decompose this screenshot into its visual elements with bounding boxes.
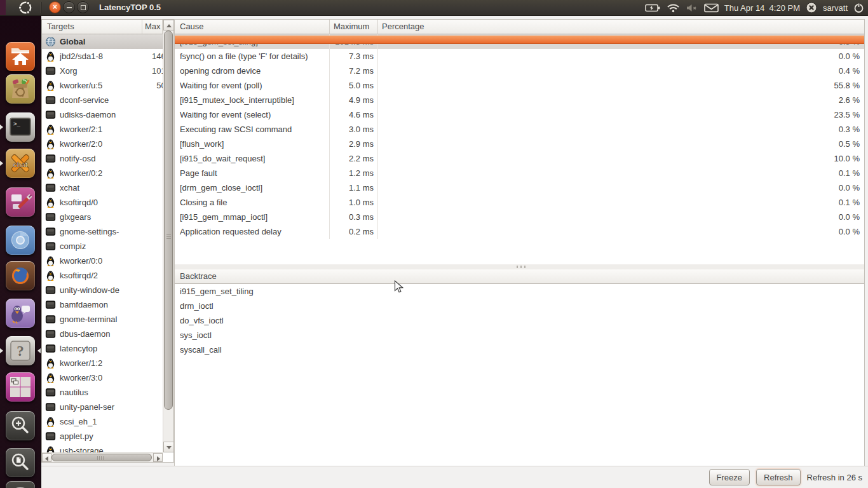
cause-row[interactable]: [i915_mutex_lock_interruptible]4.9 ms2.6… xyxy=(175,93,864,107)
target-row[interactable]: dbus-daemon xyxy=(42,327,163,341)
wifi-icon[interactable] xyxy=(667,3,680,13)
horizontal-scroll-thumb[interactable] xyxy=(51,454,152,461)
target-row[interactable]: latencytop xyxy=(42,341,163,356)
cause-percentage: 23.5 % xyxy=(378,107,864,122)
launcher-item-workspace-switcher[interactable] xyxy=(6,372,35,402)
target-row[interactable]: dconf-service xyxy=(42,93,163,107)
pane-splitter[interactable] xyxy=(175,264,864,269)
target-row[interactable]: ksoftirqd/0 xyxy=(42,195,163,210)
target-row[interactable]: scsi_eh_1 xyxy=(42,414,163,429)
window-close-button[interactable]: × xyxy=(49,1,61,13)
target-max xyxy=(144,254,163,268)
backtrace-row[interactable]: drm_ioctl xyxy=(175,299,864,313)
clock[interactable]: Thu Apr 14 4:20 PM xyxy=(724,3,800,13)
cause-row[interactable]: opening cdrom device7.2 ms0.4 % xyxy=(175,64,864,78)
target-row[interactable]: gnome-terminal xyxy=(42,312,163,327)
messages-icon[interactable] xyxy=(704,3,719,13)
username-label[interactable]: sarvatt xyxy=(823,3,848,13)
ubuntu-logo-icon[interactable] xyxy=(17,0,34,15)
volume-muted-icon[interactable] xyxy=(686,3,698,13)
target-row[interactable]: xchat xyxy=(42,180,163,195)
target-row[interactable]: glxgears xyxy=(42,210,163,224)
target-row[interactable]: kworker/2:1 xyxy=(42,122,163,137)
launcher-item-file-search[interactable] xyxy=(6,448,35,477)
power-icon[interactable] xyxy=(853,3,864,13)
cause-row[interactable]: [drm_gem_close_ioctl]1.1 ms0.0 % xyxy=(175,180,864,195)
launcher-item-xchat[interactable]: chat xyxy=(6,149,35,178)
cause-row[interactable]: Waiting for event (poll)5.0 ms55.8 % xyxy=(175,78,864,93)
running-indicator-icon xyxy=(0,348,3,353)
target-row[interactable]: compiz xyxy=(42,239,163,254)
target-row[interactable]: kworker/1:2 xyxy=(42,356,163,370)
target-row[interactable]: kworker/u:5502 xyxy=(42,78,163,93)
launcher-item-software-center[interactable] xyxy=(6,74,35,104)
target-max xyxy=(144,239,163,254)
target-row[interactable]: applet.py xyxy=(42,429,163,444)
column-header-max[interactable]: Max xyxy=(142,20,163,34)
globe-icon xyxy=(45,36,56,47)
cause-maximum: 2.9 ms xyxy=(330,137,378,151)
backtrace-row[interactable]: sys_ioctl xyxy=(175,328,864,342)
window-minimize-button[interactable] xyxy=(63,1,75,13)
launcher-item-trash[interactable] xyxy=(6,481,35,488)
user-status-icon[interactable] xyxy=(806,2,817,13)
tux-kernel-icon xyxy=(45,416,56,427)
launcher-item-chromium[interactable] xyxy=(6,226,35,255)
battery-icon[interactable] xyxy=(645,3,661,13)
target-row[interactable]: usb-storage xyxy=(42,444,163,452)
cause-row[interactable]: Executing raw SCSI command3.0 ms0.3 % xyxy=(175,122,864,137)
launcher-item-home-folder[interactable] xyxy=(6,42,35,71)
backtrace-row[interactable]: syscall_call xyxy=(175,342,864,357)
scroll-right-button[interactable] xyxy=(153,453,163,462)
column-header-percentage[interactable]: Percentage xyxy=(378,20,864,34)
launcher-item-latencytop-window[interactable]: ? xyxy=(6,336,35,365)
freeze-button[interactable]: Freeze xyxy=(709,469,750,485)
target-row[interactable]: bamfdaemon xyxy=(42,297,163,312)
cause-row[interactable]: [i915_gem_mmap_ioctl]0.3 ms0.0 % xyxy=(175,210,864,224)
launcher-item-system-settings[interactable] xyxy=(6,187,35,217)
cause-row[interactable]: Page fault1.2 ms0.1 % xyxy=(175,166,864,180)
cause-row[interactable]: [i915_gem_set_tiling]1014.8 ms6.5 % xyxy=(175,34,864,49)
target-row[interactable]: Global xyxy=(42,34,163,49)
cause-row[interactable]: Application requested delay0.2 ms0.0 % xyxy=(175,224,864,239)
cause-row[interactable]: Closing a file1.0 ms0.1 % xyxy=(175,195,864,210)
window-maximize-button[interactable] xyxy=(77,1,89,13)
targets-horizontal-scrollbar[interactable] xyxy=(42,452,163,462)
column-header-maximum[interactable]: Maximum xyxy=(330,20,378,34)
launcher-item-pidgin[interactable] xyxy=(6,299,35,328)
backtrace-row[interactable]: i915_gem_set_tiling xyxy=(175,284,864,299)
refresh-button[interactable]: Refresh xyxy=(756,469,801,485)
column-header-cause[interactable]: Cause xyxy=(175,20,330,34)
launcher-item-firefox[interactable] xyxy=(6,261,35,290)
cause-row[interactable]: fsync() on a file (type 'F' for details)… xyxy=(175,49,864,64)
target-row[interactable]: unity-window-de xyxy=(42,283,163,297)
target-row[interactable]: unity-panel-ser xyxy=(42,400,163,414)
target-row[interactable]: ksoftirqd/2 xyxy=(42,268,163,283)
target-row[interactable]: udisks-daemon xyxy=(42,107,163,122)
target-row[interactable]: Xorg1014 xyxy=(42,64,163,78)
running-indicator-icon xyxy=(0,161,3,166)
scroll-down-button[interactable] xyxy=(163,442,174,452)
target-max xyxy=(144,107,163,122)
vertical-scroll-thumb[interactable] xyxy=(164,30,173,410)
target-row[interactable]: kworker/3:0 xyxy=(42,370,163,385)
cause-percentage: 0.3 % xyxy=(378,122,864,137)
cause-row[interactable]: [i915_do_wait_request]2.2 ms10.0 % xyxy=(175,151,864,166)
column-header-targets[interactable]: Targets xyxy=(42,20,142,34)
backtrace-row[interactable]: do_vfs_ioctl xyxy=(175,313,864,328)
launcher-item-zoom-in[interactable] xyxy=(6,411,35,440)
target-row[interactable]: kworker/0:0 xyxy=(42,254,163,268)
target-row[interactable]: kworker/0:2 xyxy=(42,166,163,180)
cause-row[interactable]: [flush_work]2.9 ms0.5 % xyxy=(175,137,864,151)
cause-row[interactable]: Waiting for event (select)4.6 ms23.5 % xyxy=(175,107,864,122)
launcher-item-terminal[interactable]: >_ xyxy=(6,112,35,142)
target-row[interactable]: notify-osd xyxy=(42,151,163,166)
scroll-up-button[interactable] xyxy=(163,20,174,30)
target-max: 1014 xyxy=(144,64,163,78)
target-row[interactable]: gnome-settings- xyxy=(42,224,163,239)
target-row[interactable]: jbd2/sda1-81467 xyxy=(42,49,163,64)
targets-vertical-scrollbar[interactable] xyxy=(163,20,173,452)
scroll-left-button[interactable] xyxy=(42,453,51,462)
target-row[interactable]: nautilus xyxy=(42,385,163,400)
target-row[interactable]: kworker/2:0 xyxy=(42,137,163,151)
